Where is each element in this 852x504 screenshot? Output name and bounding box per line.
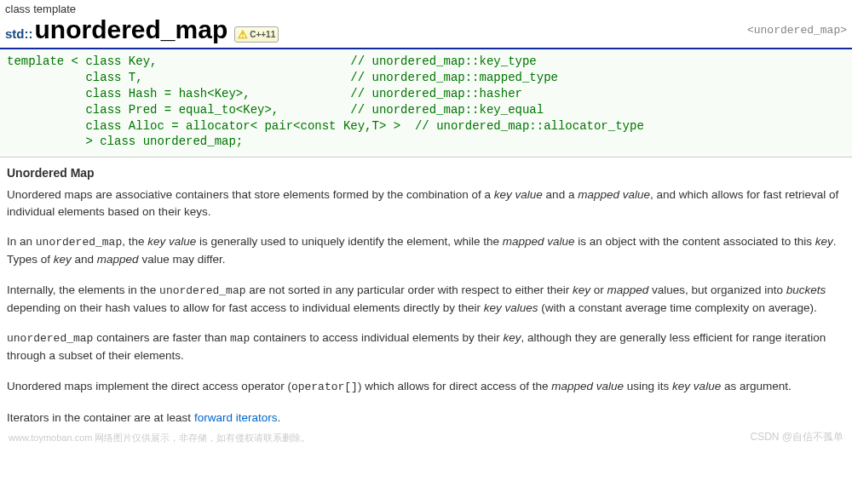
warning-icon: ⚠ xyxy=(238,28,248,41)
paragraph: In an unordered_map, the key value is ge… xyxy=(7,233,845,267)
template-signature: template < class Key, // unordered_map::… xyxy=(0,48,852,158)
paragraph: Unordered maps implement the direct acce… xyxy=(7,378,845,396)
cpp11-badge: ⚠C++11 xyxy=(234,26,279,43)
page-title: std::unordered_map ⚠C++11 xyxy=(5,15,279,44)
forward-iterators-link[interactable]: forward iterators xyxy=(194,411,278,424)
paragraph: unordered_map containers are faster than… xyxy=(7,329,845,364)
title-text: unordered_map xyxy=(35,15,228,44)
section-heading: Unordered Map xyxy=(7,166,845,180)
watermark-bottom-right: CSDN @自信不孤单 xyxy=(750,430,843,444)
badge-text: C++11 xyxy=(250,30,275,39)
paragraph: Iterators in the container are at least … xyxy=(7,410,845,427)
class-subtitle: class template xyxy=(5,3,847,15)
paragraph: Internally, the elements in the unordere… xyxy=(7,282,845,316)
paragraph: Unordered maps are associative container… xyxy=(7,186,845,220)
watermark-bottom-left: www.toymoban.com 网络图片仅供展示，非存储，如有侵权请联系删除。 xyxy=(9,432,310,444)
header-breadcrumb: <unordered_map> xyxy=(747,24,847,37)
namespace: std:: xyxy=(5,26,33,41)
